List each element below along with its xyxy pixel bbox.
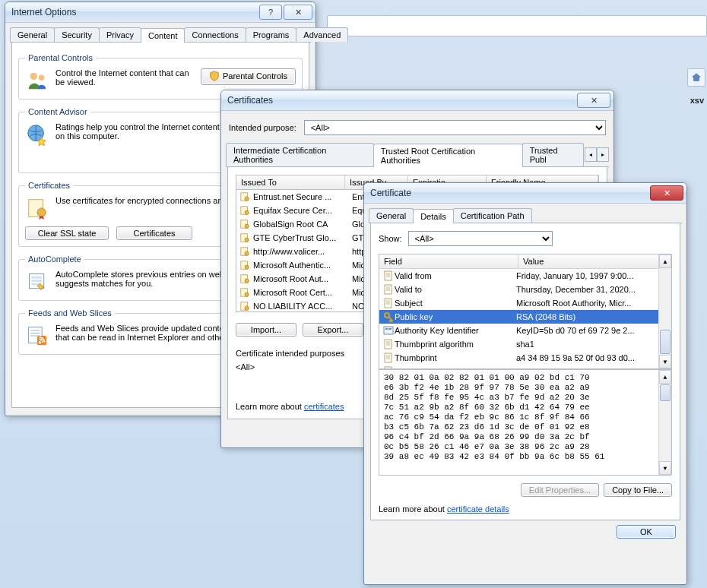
- svg-point-17: [245, 224, 249, 228]
- scroll-down-icon[interactable]: ▼: [659, 355, 671, 368]
- svg-rect-31: [385, 285, 392, 294]
- close-button[interactable]: ✕: [577, 93, 610, 108]
- titlebar-certificates[interactable]: Certificates ✕: [221, 90, 613, 111]
- key-icon: [382, 311, 395, 323]
- tab-programs[interactable]: Programs: [246, 27, 297, 42]
- svg-point-25: [245, 279, 249, 283]
- svg-point-29: [245, 306, 249, 310]
- certificate-small-icon: [239, 301, 250, 311]
- legend-advisor: Content Advisor: [25, 107, 90, 116]
- ok-button[interactable]: OK: [617, 525, 676, 539]
- field-row[interactable]: SubjectMicrosoft Root Authority, Micr...: [379, 296, 671, 310]
- svg-point-11: [39, 341, 42, 344]
- tab-scroll[interactable]: ◂▸: [585, 143, 609, 166]
- field-row[interactable]: Valid fromFriday, January 10, 1997 9:00.…: [379, 269, 671, 283]
- svg-rect-34: [384, 327, 393, 334]
- learn-cert-details-link[interactable]: certificate details: [447, 504, 509, 514]
- tab-cert-details[interactable]: Details: [413, 209, 454, 223]
- scroll-thumb[interactable]: [660, 330, 671, 354]
- field-row[interactable]: Thumbprinta4 34 89 15 9a 52 0f 0d 93 d0.…: [379, 351, 671, 365]
- tab-content[interactable]: Content: [141, 28, 185, 43]
- tab-connections[interactable]: Connections: [184, 27, 246, 42]
- tab-cert-path[interactable]: Certification Path: [453, 208, 532, 223]
- copy-to-file-button[interactable]: Copy to File...: [604, 483, 672, 497]
- field-row[interactable]: Public keyRSA (2048 Bits): [379, 310, 671, 324]
- browser-address-bar[interactable]: [327, 15, 707, 36]
- close-button[interactable]: ✕: [284, 5, 312, 20]
- close-button[interactable]: ✕: [650, 185, 683, 201]
- tab-intermediate[interactable]: Intermediate Certification Authorities: [226, 143, 374, 166]
- svg-point-23: [245, 265, 249, 269]
- cert-tabs: Intermediate Certification Authorities T…: [226, 143, 609, 167]
- certificate-window: Certificate ✕ General Details Certificat…: [363, 182, 687, 585]
- tab-security[interactable]: Security: [54, 27, 100, 42]
- hex-scrollbar[interactable]: ▲ ▼: [658, 370, 671, 475]
- certificate-small-icon: [239, 287, 250, 298]
- field-row[interactable]: Thumbprint algorithmsha1: [379, 337, 671, 351]
- document-icon: [382, 352, 395, 364]
- col-value[interactable]: Value: [518, 254, 671, 268]
- tab-cert-general[interactable]: General: [369, 208, 414, 223]
- svg-point-0: [30, 73, 37, 80]
- ie-tabs: General Security Privacy Content Connect…: [10, 27, 311, 43]
- window-title: Internet Options: [11, 7, 258, 17]
- document-icon: [382, 338, 395, 350]
- tab-general[interactable]: General: [10, 27, 55, 42]
- parental-controls-button[interactable]: Parental Controls: [201, 68, 296, 85]
- field-scrollbar[interactable]: ▲ ▼: [658, 254, 671, 368]
- svg-rect-36: [388, 328, 392, 330]
- titlebar-internet-options[interactable]: Internet Options ? ✕: [5, 2, 315, 23]
- home-icon[interactable]: [687, 68, 705, 87]
- show-label: Show:: [379, 234, 402, 243]
- family-icon: [25, 68, 49, 93]
- document-icon: [382, 283, 395, 296]
- certificates-button[interactable]: Certificates: [116, 226, 192, 240]
- tab-privacy[interactable]: Privacy: [99, 27, 141, 42]
- certificate-small-icon: [239, 273, 250, 284]
- svg-point-15: [245, 210, 249, 214]
- clear-ssl-button[interactable]: Clear SSL state: [25, 226, 109, 240]
- svg-point-1: [39, 75, 45, 81]
- field-row[interactable]: Valid toThursday, December 31, 2020...: [379, 283, 671, 296]
- certificate-small-icon: [239, 246, 250, 257]
- svg-point-21: [245, 251, 249, 255]
- svg-rect-38: [385, 353, 392, 362]
- svg-rect-7: [31, 280, 42, 282]
- scroll-up-icon[interactable]: ▲: [659, 370, 671, 384]
- svg-point-19: [245, 238, 249, 242]
- learn-certificates-link[interactable]: certificates: [304, 402, 344, 411]
- svg-rect-35: [385, 328, 388, 330]
- parental-desc: Control the Internet content that can be…: [55, 68, 195, 87]
- certificate-small-icon: [239, 219, 250, 229]
- titlebar-certificate[interactable]: Certificate ✕: [364, 183, 686, 204]
- field-row[interactable]: Authority Key IdentifierKeyID=5b d0 70 e…: [379, 324, 671, 337]
- tab-trusted-pub[interactable]: Trusted Publ: [522, 143, 584, 166]
- svg-rect-8: [31, 283, 38, 286]
- scroll-up-icon[interactable]: ▲: [659, 254, 671, 268]
- export-button[interactable]: Export...: [303, 323, 363, 337]
- certificate-small-icon: [239, 232, 250, 243]
- svg-rect-6: [31, 277, 42, 279]
- certificate-small-icon: [239, 205, 250, 216]
- window-title: Certificates: [227, 95, 575, 106]
- hex-dump[interactable]: 30 82 01 0a 02 82 01 01 00 a9 02 bd c1 7…: [379, 369, 672, 476]
- intended-purpose-select[interactable]: <All>: [304, 120, 606, 135]
- col-field[interactable]: Field: [379, 254, 518, 268]
- legend-auto: AutoComplete: [25, 254, 84, 264]
- scroll-down-icon[interactable]: ▼: [659, 461, 671, 475]
- import-button[interactable]: Import...: [236, 323, 296, 337]
- extension-icon: [382, 324, 395, 337]
- tab-trusted-root[interactable]: Trusted Root Certification Authorities: [373, 144, 523, 167]
- edit-properties-button: Edit Properties...: [521, 483, 599, 497]
- form-icon: [25, 270, 49, 294]
- intended-purpose-label: Intended purpose:: [229, 123, 296, 132]
- show-select[interactable]: <All>: [408, 231, 553, 246]
- field-list[interactable]: Field Value Valid fromFriday, January 10…: [379, 254, 672, 369]
- help-button[interactable]: ?: [259, 5, 282, 20]
- svg-point-4: [37, 208, 46, 217]
- tab-advanced[interactable]: Advanced: [296, 27, 348, 42]
- page-snippet: xsv: [690, 96, 704, 105]
- document-icon: [382, 270, 395, 282]
- scroll-thumb[interactable]: [660, 384, 671, 401]
- globe-star-icon: [25, 122, 49, 147]
